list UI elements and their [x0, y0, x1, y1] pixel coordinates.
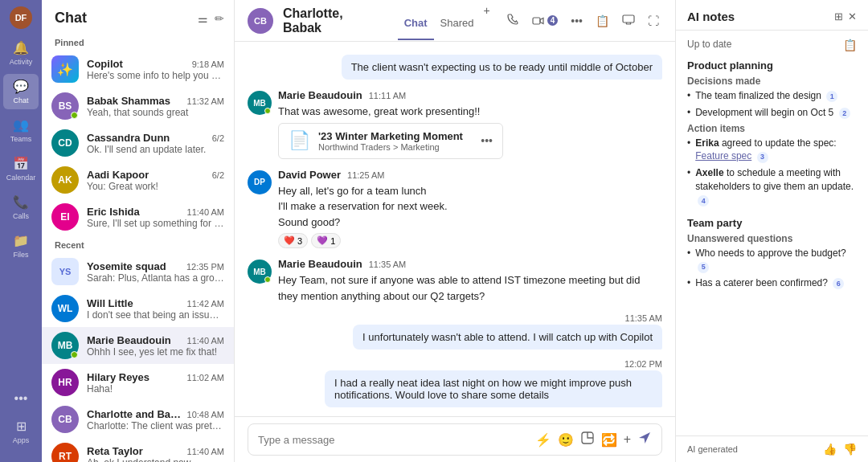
files-icon: 📁 [13, 233, 29, 248]
calendar-icon: 📅 [13, 156, 29, 171]
chat-header: CB Charlotte, Babak Chat Shared + 4 ••• … [235, 0, 675, 42]
chat-item-babak[interactable]: BS Babak Shammas 11:32 AM Yeah, that sou… [42, 88, 234, 125]
question-1: Who needs to approve the budget? 5 [687, 247, 857, 274]
marie-msg-avatar-2: MB [248, 260, 272, 284]
video-count: 4 [547, 15, 559, 26]
ai-notes-actions: ⊞ ✕ [834, 10, 857, 22]
filter-icon[interactable]: ⚌ [198, 12, 208, 25]
ai-footer-actions: 👍 👎 [823, 443, 857, 456]
ai-notes-panel: AI notes ⊞ ✕ Up to date 📋 Product planni… [675, 0, 868, 462]
nav-item-calls[interactable]: 📞 Calls [3, 190, 39, 225]
message-group-marie-2: MB Marie Beaudouin 11:35 AM Hey Team, no… [248, 258, 662, 304]
expand-button[interactable]: ⛶ [645, 11, 662, 31]
ai-section-team-party: Team party Unanswered questions Who need… [687, 217, 857, 290]
yosemite-avatar: YS [51, 258, 79, 285]
reaction-purple-heart[interactable]: 💜 1 [311, 233, 341, 248]
tab-add-button[interactable]: + [481, 4, 493, 31]
chat-list-panel: Chat ⚌ ✏ Pinned ✨ Copilot 9:18 AM Here's… [42, 0, 235, 462]
chat-item-reta[interactable]: RT Reta Taylor 11:40 AM Ah, ok I underst… [42, 438, 234, 462]
ai-notes-settings-icon[interactable]: ⊞ [834, 10, 843, 22]
copilot-info: Copilot 9:18 AM Here's some info to help… [87, 58, 224, 81]
nav-item-activity[interactable]: 🔔 Activity [3, 35, 39, 71]
chat-input-box: ⚡ 🙂 🔁 + [248, 423, 662, 456]
david-msg-avatar: DP [248, 170, 272, 194]
chat-item-eric[interactable]: EI Eric Ishida 11:40 AM Sure, I'll set u… [42, 198, 234, 235]
pinned-section-label: Pinned [42, 33, 234, 51]
emoji-icon[interactable]: 🙂 [558, 432, 574, 448]
chat-item-yosemite[interactable]: YS Yosemite squad 12:35 PM Sarah: Plus, … [42, 253, 234, 290]
loop-icon[interactable]: 🔁 [601, 432, 617, 448]
message-right-3: 12:02 PM I had a really neat idea last n… [248, 359, 662, 407]
online-indicator [71, 112, 78, 119]
decision-1: The team finalized the design 1 [687, 89, 857, 103]
nav-item-calendar[interactable]: 📅 Calendar [3, 151, 39, 186]
nav-item-teams[interactable]: 👥 Teams [3, 112, 39, 148]
contact-avatar: CB [248, 8, 273, 34]
tab-chat[interactable]: Chat [398, 14, 434, 40]
msg-time-right-2: 11:35 AM [625, 313, 662, 323]
aadi-avatar: AK [51, 166, 79, 194]
question-2: Has a caterer been confirmed? 6 [687, 276, 857, 290]
send-button[interactable] [637, 431, 652, 448]
chat-item-aadi[interactable]: AK Aadi Kapoor 6/2 You: Great work! [42, 161, 234, 198]
svg-rect-0 [533, 18, 540, 24]
chat-item-copilot[interactable]: ✨ Copilot 9:18 AM Here's some info to he… [42, 51, 234, 88]
more-icon: ••• [14, 391, 28, 406]
new-chat-icon[interactable]: ✏ [215, 12, 224, 25]
message-bubble-2: I unfortunately wasn't able to attend. I… [353, 325, 662, 350]
copilot-avatar: ✨ [51, 55, 79, 83]
message-bubble: The client wasn't expecting us to be rea… [342, 55, 662, 80]
online-dot [264, 108, 271, 114]
marie-msg-avatar: MB [248, 91, 272, 115]
message-input[interactable] [258, 434, 529, 446]
teams-icon: 👥 [13, 117, 29, 133]
chat-item-hilary[interactable]: HR Hilary Reyes 11:02 AM Haha! [42, 364, 234, 401]
chat-item-will[interactable]: WL Will Little 11:42 AM I don't see that… [42, 290, 234, 327]
header-actions: 4 ••• 📋 ⛶ [503, 10, 662, 31]
video-button[interactable]: 4 [529, 11, 562, 31]
ai-generated-label: AI generated [687, 444, 738, 454]
nav-item-files[interactable]: 📁 Files [3, 228, 39, 264]
notes-button[interactable]: 📋 [592, 11, 612, 31]
charlotte-babak-avatar: CB [51, 406, 79, 433]
user-avatar[interactable]: DF [10, 6, 32, 29]
attachment-card[interactable]: 📄 '23 Winter Marketing Moment Northwind … [278, 123, 503, 159]
format-icon[interactable]: ⚡ [535, 432, 551, 448]
nav-item-chat[interactable]: 💬 Chat [3, 74, 39, 109]
thumbsup-button[interactable]: 👍 [823, 443, 837, 456]
actions-label: Action items [687, 123, 857, 134]
chat-item-charlotte-babak[interactable]: CB Charlotte and Babak 10:48 AM Charlott… [42, 401, 234, 438]
message-right-1: The client wasn't expecting us to be rea… [248, 55, 662, 80]
ai-notes-close-icon[interactable]: ✕ [848, 10, 857, 22]
share-screen-button[interactable] [619, 10, 638, 31]
activity-icon: 🔔 [13, 40, 29, 55]
main-chat: CB Charlotte, Babak Chat Shared + 4 ••• … [235, 0, 675, 462]
attachment-more-button[interactable]: ••• [481, 134, 493, 147]
nav-item-apps[interactable]: ⊞ Apps [3, 414, 39, 449]
chat-item-marie[interactable]: MB Marie Beaudouin 11:40 AM Ohhh I see, … [42, 327, 234, 364]
nav-item-more[interactable]: ••• [3, 386, 39, 411]
call-button[interactable] [503, 10, 522, 31]
decision-2: Development will begin on Oct 5 2 [687, 106, 857, 120]
ai-notes-content: Up to date 📋 Product planning Decisions … [676, 31, 868, 435]
messages-area: The client wasn't expecting us to be rea… [235, 42, 675, 416]
sticker-icon[interactable] [580, 431, 595, 448]
svg-rect-1 [623, 15, 634, 22]
decisions-label: Decisions made [687, 76, 857, 87]
chat-item-cassandra[interactable]: CD Cassandra Dunn 6/2 Ok. I'll send an u… [42, 125, 234, 161]
copy-icon[interactable]: 📋 [843, 39, 857, 51]
message-group-marie-1: MB Marie Beaudouin 11:11 AM That was awe… [248, 89, 662, 159]
ai-notes-footer: AI generated 👍 👎 [676, 435, 868, 462]
eric-avatar: EI [51, 203, 79, 231]
message-right-2: 11:35 AM I unfortunately wasn't able to … [248, 313, 662, 350]
ai-section-product-planning: Product planning Decisions made The team… [687, 59, 857, 207]
more-actions-button[interactable]: ••• [567, 11, 586, 31]
feature-spec-link[interactable]: Feature spec [695, 150, 751, 161]
tab-shared[interactable]: Shared [434, 14, 481, 40]
msg-time-right-3: 12:02 PM [624, 359, 662, 369]
reaction-heart[interactable]: ❤️ 3 [278, 233, 308, 248]
add-icon[interactable]: + [624, 432, 631, 447]
chat-icon: 💬 [13, 79, 29, 94]
action-2: Axelle to schedule a meeting with stakeh… [687, 166, 857, 206]
thumbsdown-button[interactable]: 👎 [843, 443, 857, 456]
